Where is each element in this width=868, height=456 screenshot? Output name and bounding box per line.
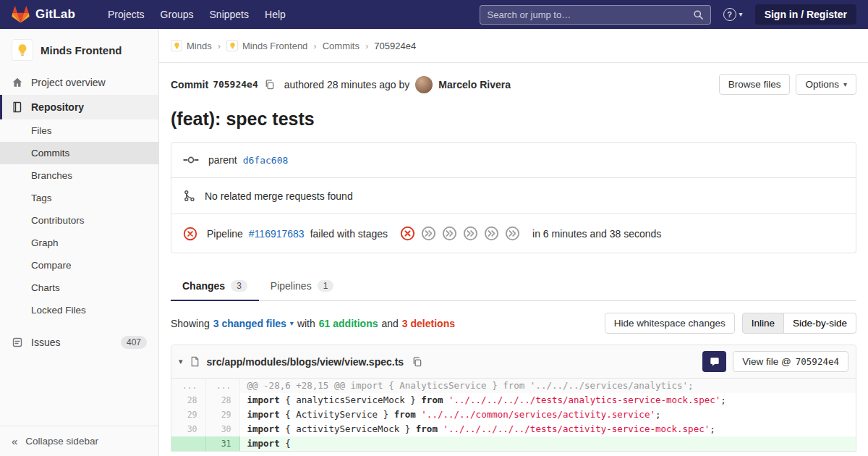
author-avatar[interactable] <box>415 76 433 93</box>
commit-header-row: Commit 705924e4 authored 28 minutes ago … <box>171 74 856 95</box>
sign-in-button[interactable]: Sign in / Register <box>755 4 856 25</box>
tab-pipelines[interactable]: Pipelines1 <box>259 272 346 300</box>
pipeline-status-text: failed with stages <box>310 228 388 240</box>
copy-sha-button[interactable] <box>264 79 275 90</box>
changed-files-dropdown[interactable]: 3 changed files ▾ <box>213 318 294 329</box>
brand-name: GitLab <box>35 7 75 22</box>
search-box[interactable] <box>480 5 711 25</box>
sidebar-item-charts[interactable]: Charts <box>0 276 158 299</box>
sidebar-item-files[interactable]: Files <box>0 119 158 142</box>
sidebar-item-label: Project overview <box>31 77 106 88</box>
commit-info-box: parent d6fac608 No related merge request… <box>171 142 856 253</box>
sidebar-item-contributors[interactable]: Contributors <box>0 209 158 232</box>
collapse-diff-icon[interactable]: ▾ <box>179 357 183 366</box>
commit-tabs: Changes3Pipelines1 <box>171 272 856 301</box>
diff-table: ......@@ -28,6 +28,15 @@ import { Analyt… <box>171 379 856 451</box>
breadcrumb-separator: › <box>218 41 221 51</box>
copy-file-path-button[interactable] <box>412 356 422 367</box>
author-name-link[interactable]: Marcelo Rivera <box>438 79 511 90</box>
authored-text: authored 28 minutes ago by <box>284 79 410 90</box>
view-file-label: View file @ <box>742 356 791 367</box>
help-dropdown[interactable]: ? ▾ <box>723 8 743 21</box>
new-line-number[interactable]: 30 <box>205 422 239 436</box>
breadcrumb-item-minds[interactable]: Minds <box>171 40 212 51</box>
nav-menu-item-groups[interactable]: Groups <box>153 0 202 29</box>
nav-menu-item-snippets[interactable]: Snippets <box>202 0 257 29</box>
file-icon <box>190 356 200 367</box>
breadcrumb-item-commits[interactable]: Commits <box>323 41 359 51</box>
view-file-sha: 705924e4 <box>796 356 839 367</box>
project-context-link[interactable]: Minds Frontend <box>0 29 158 70</box>
old-line-number[interactable]: 28 <box>171 393 205 408</box>
collapse-sidebar-button[interactable]: « Collapse sidebar <box>0 426 158 456</box>
main-content: Minds›Minds Frontend›Commits›705924e4 Co… <box>159 0 868 452</box>
breadcrumb-item-minds-frontend[interactable]: Minds Frontend <box>226 40 307 51</box>
hide-whitespace-label: Hide whitespace changes <box>614 318 726 329</box>
search-icon[interactable] <box>693 9 704 20</box>
breadcrumb: Minds›Minds Frontend›Commits›705924e4 <box>159 29 868 63</box>
sidebar-item-branches[interactable]: Branches <box>0 164 158 187</box>
hide-whitespace-button[interactable]: Hide whitespace changes <box>605 313 735 334</box>
sidebar-item-compare[interactable]: Compare <box>0 254 158 276</box>
tab-count-badge: 1 <box>318 280 334 292</box>
sidebar-item-locked-files[interactable]: Locked Files <box>0 299 158 321</box>
pipeline-stage-skipped-icon[interactable] <box>484 226 499 241</box>
new-line-number[interactable]: ... <box>205 379 239 393</box>
options-dropdown-button[interactable]: Options ▾ <box>796 74 856 95</box>
pipeline-stage-skipped-icon[interactable] <box>421 226 436 241</box>
code-token: ; <box>655 409 661 420</box>
options-label: Options <box>805 79 839 90</box>
repository-subnav: FilesCommitsBranchesTagsContributorsGrap… <box>0 119 158 321</box>
breadcrumb-item-705924e4[interactable]: 705924e4 <box>374 41 416 51</box>
sidebar-item-project-overview[interactable]: Project overview <box>0 70 158 95</box>
pipeline-failed-icon[interactable] <box>183 227 197 241</box>
code-token: from <box>394 409 416 420</box>
browse-files-button[interactable]: Browse files <box>719 74 791 95</box>
pipeline-id-link[interactable]: #116917683 <box>249 228 305 240</box>
breadcrumb-separator: › <box>365 41 368 51</box>
tab-changes[interactable]: Changes3 <box>171 272 259 300</box>
nav-menu-item-help[interactable]: Help <box>257 0 294 29</box>
view-file-button[interactable]: View file @ 705924e4 <box>733 351 848 372</box>
sidebar-item-tags[interactable]: Tags <box>0 187 158 209</box>
navbar-menu: ProjectsGroupsSnippetsHelp <box>100 0 294 29</box>
additions-count: 61 additions <box>319 318 378 329</box>
parent-commit-row: parent d6fac608 <box>171 143 856 177</box>
old-line-number[interactable]: 30 <box>171 422 205 436</box>
with-label: with <box>297 318 315 329</box>
merge-requests-row: No related merge requests found <box>171 177 856 214</box>
new-line-number[interactable]: 28 <box>205 393 239 408</box>
chevron-down-icon: ▾ <box>843 81 847 88</box>
new-line-number[interactable]: 31 <box>205 436 239 451</box>
sidebar-item-issues[interactable]: Issues 407 <box>0 329 158 355</box>
diff-file-path[interactable]: src/app/modules/blogs/view/view.spec.ts <box>207 356 404 368</box>
old-line-number[interactable]: 29 <box>171 408 205 422</box>
pipeline-mini-graph <box>400 226 520 241</box>
pipeline-stage-skipped-icon[interactable] <box>505 226 520 241</box>
commit-icon <box>183 154 199 166</box>
project-avatar <box>12 39 33 61</box>
old-line-number[interactable]: ... <box>171 379 205 393</box>
old-line-number[interactable] <box>171 436 205 451</box>
diff-file-actions: View file @ 705924e4 <box>702 351 848 372</box>
code-token: ; <box>720 394 726 405</box>
breadcrumb-label: Commits <box>323 41 359 51</box>
pipeline-stage-skipped-icon[interactable] <box>442 226 457 241</box>
pipeline-stage-failed-icon[interactable] <box>400 226 415 241</box>
chevron-down-icon: ▾ <box>739 11 743 18</box>
code-token: @@ -28,6 +28,15 @@ import { AnalyticsSer… <box>247 380 694 391</box>
commit-sha: 705924e4 <box>213 79 258 90</box>
toggle-comments-button[interactable] <box>702 351 726 372</box>
side-by-side-view-button[interactable]: Side-by-side <box>783 313 856 334</box>
sidebar-item-commits[interactable]: Commits <box>0 142 158 164</box>
new-line-number[interactable]: 29 <box>205 408 239 422</box>
project-name: Minds Frontend <box>41 44 122 56</box>
inline-view-button[interactable]: Inline <box>742 313 784 334</box>
gitlab-home-link[interactable]: GitLab <box>12 6 75 24</box>
sidebar-item-graph[interactable]: Graph <box>0 232 158 254</box>
parent-sha-link[interactable]: d6fac608 <box>243 155 289 166</box>
nav-menu-item-projects[interactable]: Projects <box>100 0 153 29</box>
sidebar-item-repository[interactable]: Repository <box>0 95 158 119</box>
search-input[interactable] <box>480 9 693 20</box>
pipeline-stage-skipped-icon[interactable] <box>463 226 478 241</box>
